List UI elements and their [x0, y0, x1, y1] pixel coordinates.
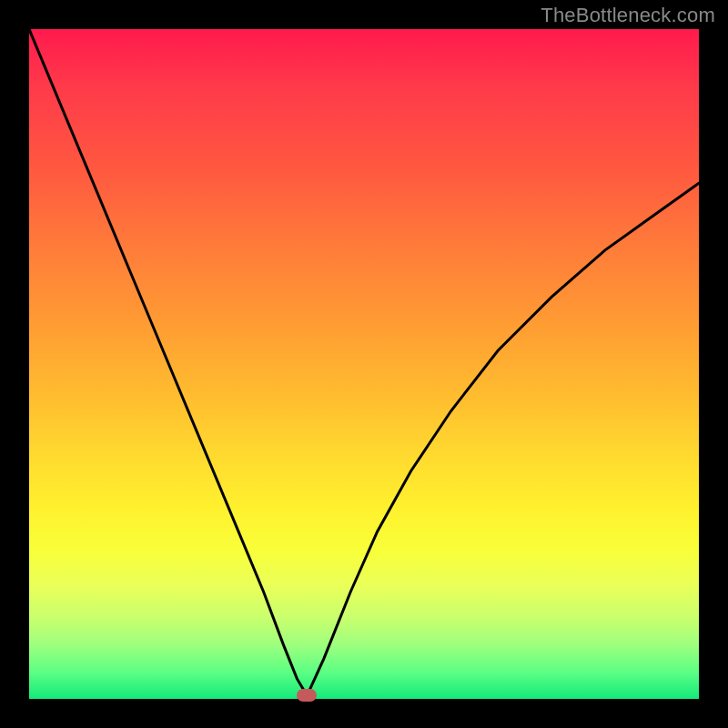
curve-left — [29, 29, 307, 695]
curve-right — [307, 183, 699, 695]
watermark-text: TheBottleneck.com — [541, 4, 715, 27]
chart-frame: TheBottleneck.com — [0, 0, 728, 728]
plot-area — [29, 29, 699, 699]
curve-svg — [29, 29, 699, 699]
optimum-marker — [297, 689, 317, 702]
